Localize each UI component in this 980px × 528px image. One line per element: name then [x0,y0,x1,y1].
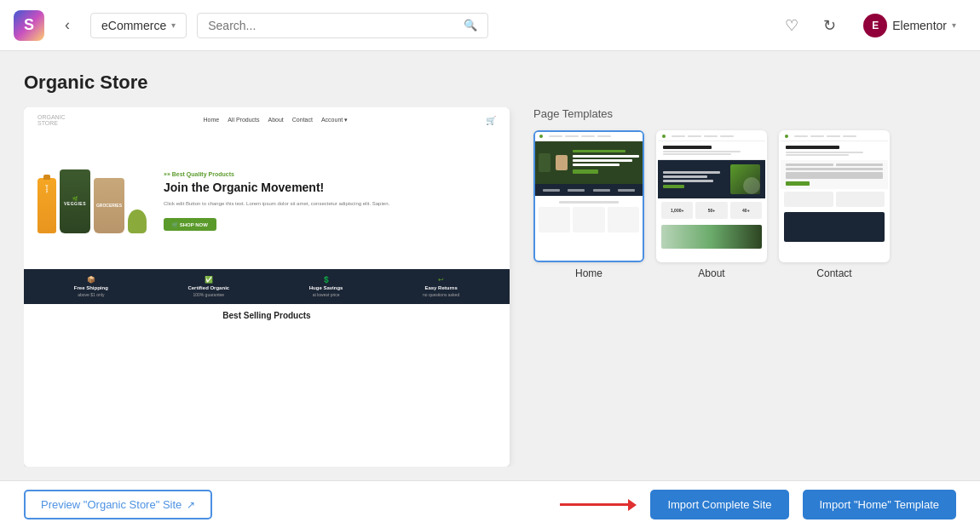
home-thumb-nav-lines [549,135,611,137]
preview-logo: ORGANIC STORE [37,114,66,126]
preview-hero: juice. 🌿 VEGGIES GROCERIES [24,133,510,269]
template-thumb-home [533,130,644,262]
home-thumb-product-2 [573,207,604,232]
feature-certified-organic: ✅ Certified Organic 100% guarantee [187,276,229,297]
home-thumb-product-row [539,207,639,232]
template-card-home[interactable]: Home [533,130,644,279]
product-juice-bottle: juice. [37,178,56,233]
about-thumb-text [663,171,726,188]
feature-easy-returns: ↩ Easy Returns no questions asked [423,276,459,297]
preview-products-section: Best Selling Products [24,304,510,327]
products-heading: Best Selling Products [37,311,496,320]
easy-returns-icon: ↩ [438,276,444,284]
home-thumb-dark-bag [539,153,551,172]
preview-site-label: Preview "Organic Store" Site [41,498,182,511]
hero-shop-now-button[interactable]: 🛒 SHOP NOW [164,218,216,231]
dropdown-chevron-icon: ▾ [171,20,176,30]
bottom-right-actions: Import Complete Site Import "Home" Templ… [560,490,956,519]
about-thumb-image [730,164,760,194]
about-thumb-img-row [658,222,765,251]
template-label-home: Home [533,267,644,279]
product-veggies-garnish [128,208,148,233]
about-thumb-nav-lines [672,135,734,137]
elementor-chevron-icon: ▾ [952,20,956,30]
search-input[interactable] [208,19,464,32]
main-content: Organic Store ORGANIC STORE Home [0,51,980,480]
about-thumb-nav [658,132,765,141]
preview-site-button[interactable]: Preview "Organic Store" Site ↗ [24,490,212,519]
about-thumb-header [658,141,765,160]
import-home-template-button[interactable]: Import "Home" Template [803,490,957,519]
topbar: S ‹ eCommerce ▾ 🔍 ♡ ↻ E Elementor ▾ [0,0,980,51]
about-thumb-stats: 1,000+ 50+ 40+ [658,198,765,222]
feature-free-shipping: 📦 Free Shipping above $1 only [74,276,108,297]
home-thumb-tan-bag [556,155,568,170]
arrow-line [560,503,628,506]
template-thumb-contact [779,130,890,262]
product-groceries-bag: GROCERIES [94,178,124,233]
home-thumb-product-1 [539,207,570,232]
page-title: Organic Store [24,72,956,94]
app-logo: S [14,10,44,41]
home-thumb-logo-dot [539,135,543,138]
home-thumb-hero-text [573,150,639,175]
about-thumb-big-img [661,225,762,249]
elementor-menu[interactable]: E Elementor ▾ [853,9,966,43]
home-thumb-products [535,196,643,236]
home-thumb-product-3 [608,207,639,232]
templates-section: Page Templates [533,107,956,467]
contact-thumb-nav-lines [794,135,856,137]
about-thumb-content: 1,000+ 50+ 40+ [658,132,765,261]
templates-section-title: Page Templates [533,107,956,120]
template-card-contact[interactable]: Contact [779,130,890,279]
hero-title: Join the Organic Movement! [164,181,496,195]
contact-thumb-title-area [781,141,888,160]
back-button[interactable]: ‹ [55,13,80,38]
home-thumb-features [535,184,643,196]
contact-thumb-logo-dot [785,135,788,138]
search-box[interactable]: 🔍 [197,13,488,38]
contact-thumb-content [781,132,888,261]
hero-subtitle: Best Quality Products [164,171,496,177]
preview-nav-links: Home All Products About Contact Account … [203,117,348,123]
hero-body: Click edit Button to change this text. L… [164,200,496,207]
preview-features-bar: 📦 Free Shipping above $1 only ✅ Certifie… [24,269,510,304]
hero-products: juice. 🌿 VEGGIES GROCERIES [37,169,148,233]
site-preview: ORGANIC STORE Home All Products About Co… [24,107,510,467]
preview-navbar: ORGANIC STORE Home All Products About Co… [24,107,510,133]
elementor-logo-icon: E [863,14,887,37]
import-complete-button[interactable]: Import Complete Site [650,490,788,519]
templates-grid: Home [533,130,956,279]
arrow-head-icon [628,499,637,511]
favorites-icon[interactable]: ♡ [778,12,805,39]
about-thumb-hero [658,160,765,198]
external-link-icon: ↗ [187,499,195,511]
template-label-contact: Contact [779,267,890,279]
template-label-about: About [656,267,767,279]
elementor-label: Elementor [892,19,947,32]
refresh-icon[interactable]: ↻ [816,12,843,39]
category-label: eCommerce [101,19,166,32]
free-shipping-icon: 📦 [87,276,95,284]
home-thumb-content [535,132,643,261]
home-thumb-hero [535,141,643,184]
hero-text: Best Quality Products Join the Organic M… [157,171,496,230]
feature-huge-savings: 💲 Huge Savings at lowest price [309,276,343,297]
contact-thumb-map [784,212,885,242]
bottom-bar: Preview "Organic Store" Site ↗ Import Co… [0,480,980,528]
home-thumb-nav [535,132,643,141]
huge-savings-icon: 💲 [322,276,331,284]
preview-inner: ORGANIC STORE Home All Products About Co… [24,107,510,467]
contact-thumb-info-row [781,189,888,209]
certified-organic-icon: ✅ [205,276,213,284]
arrow-indicator [560,499,637,511]
import-home-label: Import "Home" Template [820,498,940,511]
site-preview-container: ORGANIC STORE Home All Products About Co… [24,107,510,467]
search-icon: 🔍 [464,19,477,32]
content-row: ORGANIC STORE Home All Products About Co… [24,107,956,467]
contact-thumb-nav [781,132,888,141]
product-veggies-bag: 🌿 VEGGIES [60,169,90,233]
template-card-about[interactable]: 1,000+ 50+ 40+ About [656,130,767,279]
category-dropdown[interactable]: eCommerce ▾ [90,13,187,38]
import-complete-label: Import Complete Site [667,498,771,511]
